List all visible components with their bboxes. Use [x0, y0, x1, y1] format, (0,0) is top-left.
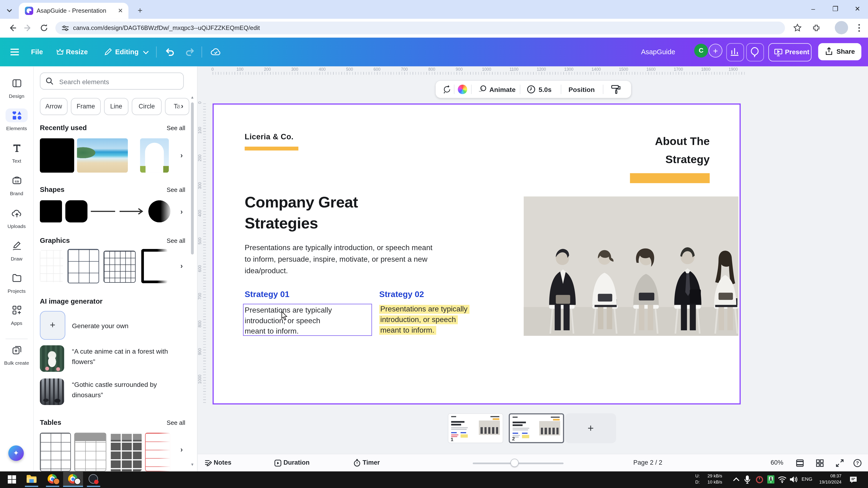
- chevron-down-icon[interactable]: [143, 51, 149, 55]
- slide-body-text[interactable]: Presentations are typically introduction…: [245, 242, 432, 277]
- clock-date[interactable]: 19/10/2024: [815, 480, 842, 485]
- recent-beach-photo[interactable]: [77, 138, 128, 173]
- present-button[interactable]: Present: [769, 43, 812, 61]
- tab-search-icon[interactable]: [4, 5, 14, 15]
- position-button[interactable]: Position: [568, 86, 595, 94]
- share-button[interactable]: Share: [818, 43, 861, 60]
- obs-button[interactable]: [84, 471, 103, 487]
- window-restore-button[interactable]: ❐: [832, 5, 839, 13]
- sidebar-item-bulk-create[interactable]: Bulk create: [0, 343, 33, 366]
- recently-used-next-icon[interactable]: ›: [177, 151, 187, 160]
- sidebar-item-text[interactable]: Text: [0, 141, 33, 164]
- browser-tab[interactable]: AsapGuide - Presentation ✕: [19, 3, 129, 19]
- ai-prompt-castle-line1[interactable]: “Gothic castle surrounded by: [72, 381, 157, 389]
- recent-black-rectangle[interactable]: [40, 138, 74, 173]
- tables-see-all[interactable]: See all: [166, 419, 185, 426]
- ai-prompt-cat-thumb[interactable]: [40, 345, 64, 372]
- wifi-icon[interactable]: [778, 476, 786, 483]
- grid-view-icon[interactable]: [815, 459, 824, 468]
- graphic-faint-grid[interactable]: [40, 250, 63, 282]
- zoom-slider-thumb[interactable]: [510, 459, 519, 467]
- presenter-view-icon[interactable]: [796, 459, 805, 468]
- ai-generate-label[interactable]: Generate your own: [72, 322, 129, 330]
- insights-button[interactable]: [726, 43, 744, 61]
- table-dark-cells[interactable]: [110, 432, 142, 471]
- strategy-02-textbox[interactable]: Presentations are typically introduction…: [379, 304, 469, 335]
- tray-expand-icon[interactable]: [733, 477, 739, 482]
- add-member-button[interactable]: +: [709, 44, 722, 58]
- panel-scroll-up-icon[interactable]: ▲: [190, 95, 194, 99]
- microphone-icon[interactable]: [744, 475, 750, 484]
- animate-button[interactable]: Animate: [489, 86, 516, 94]
- graphics-next-icon[interactable]: ›: [177, 261, 187, 271]
- help-icon[interactable]: ?: [853, 459, 862, 468]
- ai-generate-tile[interactable]: +: [40, 311, 65, 340]
- strategy-01-title[interactable]: Strategy 01: [245, 289, 289, 299]
- ai-prompt-cat-line1[interactable]: “A cute anime cat in a forest with: [72, 348, 168, 355]
- sidebar-item-uploads[interactable]: Uploads: [0, 206, 33, 229]
- search-input[interactable]: [58, 73, 179, 90]
- tray-app-icon[interactable]: [767, 475, 775, 484]
- tab-close-icon[interactable]: ✕: [117, 7, 124, 14]
- shapes-next-icon[interactable]: ›: [177, 207, 187, 217]
- window-minimize-button[interactable]: –: [809, 5, 817, 13]
- duration-button-label[interactable]: Duration: [283, 459, 310, 466]
- ai-prompt-cat-line2[interactable]: flowers”: [72, 358, 95, 366]
- shape-square[interactable]: [40, 200, 62, 223]
- volume-icon[interactable]: [789, 476, 799, 483]
- filter-chip-line[interactable]: Line: [104, 98, 128, 115]
- panel-scroll-down-icon[interactable]: ▼: [190, 462, 194, 466]
- resize-menu[interactable]: Resize: [66, 48, 88, 56]
- clock-time[interactable]: 08:37: [818, 474, 842, 479]
- browser-profile-avatar[interactable]: [835, 21, 848, 34]
- fullscreen-icon[interactable]: [835, 459, 844, 468]
- start-button[interactable]: [2, 471, 21, 487]
- duration-button[interactable]: 5.0s: [539, 86, 552, 94]
- notes-button[interactable]: Notes: [214, 459, 231, 466]
- slide-photo-people[interactable]: [524, 196, 739, 336]
- chrome-button[interactable]: [43, 471, 62, 487]
- shape-circle[interactable]: [148, 200, 170, 223]
- notification-icon[interactable]: [849, 476, 857, 484]
- browser-menu-icon[interactable]: [855, 23, 864, 33]
- chips-scroll-right-icon[interactable]: ›: [177, 101, 187, 111]
- graphics-see-all[interactable]: See all: [166, 237, 185, 244]
- table-red-border[interactable]: [145, 432, 170, 471]
- slide-heading[interactable]: Company Great Strategies: [245, 192, 358, 234]
- filter-chip-frame[interactable]: Frame: [71, 98, 101, 115]
- filter-chip-arrow[interactable]: Arrow: [40, 98, 67, 115]
- magic-switch-icon[interactable]: [442, 85, 452, 94]
- page-thumbnail-1[interactable]: 1: [448, 413, 503, 443]
- table-plain[interactable]: [40, 432, 71, 471]
- file-explorer-button[interactable]: [22, 471, 41, 487]
- redo-icon[interactable]: [185, 47, 195, 57]
- shape-rounded-square[interactable]: [65, 200, 88, 223]
- slide-page[interactable]: Liceria & Co. About The Strategy Company…: [213, 103, 741, 404]
- main-menu-icon[interactable]: [10, 48, 19, 56]
- back-icon[interactable]: [8, 23, 17, 33]
- search-elements-box[interactable]: [40, 72, 184, 90]
- language-indicator[interactable]: ENG: [802, 477, 812, 482]
- site-settings-icon[interactable]: [62, 24, 69, 32]
- sidebar-item-projects[interactable]: Projects: [0, 271, 33, 294]
- sidebar-item-draw[interactable]: Draw: [0, 239, 33, 262]
- sidebar-item-design[interactable]: Design: [0, 76, 33, 99]
- chrome-active-button[interactable]: [63, 471, 83, 487]
- canva-assistant-button[interactable]: ✦: [8, 445, 24, 461]
- filter-chip-circle[interactable]: Circle: [132, 98, 162, 115]
- ai-prompt-castle-line2[interactable]: dinosaurs”: [72, 391, 103, 399]
- url-bar[interactable]: canva.com/design/DAGT6BWzfDw/_mxqpc3--uQ…: [55, 22, 785, 34]
- reload-icon[interactable]: [39, 23, 49, 33]
- sidebar-item-apps[interactable]: Apps: [0, 303, 33, 326]
- sidebar-item-brand[interactable]: co Brand: [0, 174, 33, 196]
- page-thumbnail-2[interactable]: 2: [509, 413, 564, 443]
- timer-button[interactable]: Timer: [363, 459, 380, 466]
- recent-arch-frame[interactable]: [140, 138, 169, 173]
- recorder-icon[interactable]: [756, 476, 764, 484]
- graphic-table-grid[interactable]: [67, 249, 99, 283]
- user-avatar[interactable]: C: [694, 44, 708, 58]
- slide-about-title[interactable]: About The Strategy: [655, 132, 710, 169]
- recently-used-see-all[interactable]: See all: [166, 125, 185, 131]
- ai-prompt-castle-thumb[interactable]: [40, 379, 64, 405]
- editing-mode-dropdown[interactable]: Editing: [115, 48, 138, 56]
